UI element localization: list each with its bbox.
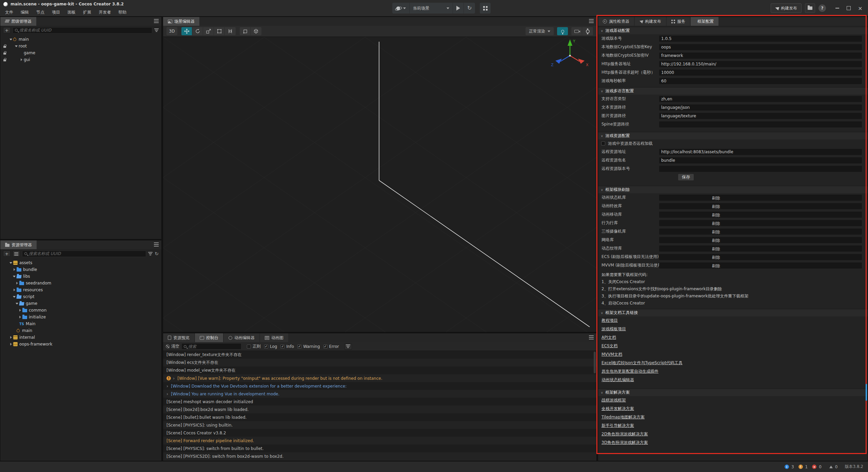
console-log-line[interactable]: [Scene] [PHYSICS]: using builtin. — [163, 421, 596, 429]
step-button[interactable]: ↻ — [464, 3, 475, 14]
console-log-line[interactable]: [Scene] Forward render pipeline initiali… — [163, 437, 596, 445]
asset-node[interactable]: common — [0, 307, 161, 314]
field-input[interactable] — [659, 96, 862, 102]
console-log-line[interactable]: [Window] [Vue warn]: Property "onInput" … — [163, 374, 596, 382]
doc-link[interactable]: 游戏模板项目 — [601, 326, 626, 332]
asset-node[interactable]: main — [0, 327, 161, 334]
asset-node[interactable]: initialize — [0, 314, 161, 320]
expand-chevron-icon[interactable] — [19, 57, 24, 62]
section-game-basic[interactable]: ∨ 游戏基础配置 — [598, 27, 868, 34]
expand-chevron-icon[interactable] — [12, 294, 17, 299]
section-i18n[interactable]: ∨ 游戏多语言配置 — [598, 87, 868, 95]
scene-select[interactable]: 当前场景 — [410, 3, 453, 14]
scene-camera-button[interactable] — [571, 27, 582, 35]
sort-assets-button[interactable] — [13, 251, 20, 257]
filter-icon[interactable] — [154, 28, 159, 32]
field-input[interactable] — [659, 78, 862, 84]
console-log-line[interactable]: [Window] ecs文件夹不存在 — [163, 359, 596, 367]
rect-tool-button[interactable] — [214, 27, 225, 35]
collapse-logs-button[interactable] — [344, 343, 352, 350]
field-input[interactable] — [659, 149, 862, 155]
inspector-tab[interactable]: 框架配置 — [691, 17, 718, 26]
console-tab[interactable]: 控制台 — [195, 333, 223, 342]
open-project-folder-button[interactable] — [805, 3, 815, 13]
play-button[interactable] — [453, 3, 464, 14]
checkbox-icon[interactable] — [297, 345, 301, 349]
maximize-button[interactable] — [844, 4, 854, 13]
expand-chevron-icon[interactable] — [18, 308, 22, 313]
scene-light-toggle[interactable] — [557, 27, 568, 35]
hierarchy-search-input[interactable] — [19, 28, 150, 33]
console-search-input[interactable] — [188, 344, 239, 349]
section-modules[interactable]: ∨ 框架模块剔除 — [598, 186, 868, 193]
expand-chevron-icon[interactable] — [12, 274, 17, 279]
menu-item[interactable]: 面板 — [64, 8, 79, 16]
field-input[interactable] — [659, 157, 862, 163]
console-tab[interactable]: 动画编辑器 — [224, 333, 259, 342]
console-log-line[interactable]: [Window] render_texture文件夹不存在 — [163, 351, 596, 359]
hierarchy-node[interactable]: gui — [0, 56, 161, 63]
expand-chevron-icon[interactable] — [18, 315, 22, 319]
scale-tool-button[interactable] — [203, 27, 214, 35]
panel-menu-icon[interactable] — [589, 19, 594, 23]
field-input[interactable] — [659, 61, 862, 67]
expand-chevron-icon[interactable] — [19, 51, 24, 55]
module-remove-button[interactable]: 剔除 — [659, 195, 862, 201]
checkbox-icon[interactable] — [280, 345, 284, 349]
field-input[interactable] — [659, 44, 862, 50]
move-tool-button[interactable] — [181, 27, 192, 35]
section-resources[interactable]: ∨ 游戏资源配置 — [598, 132, 868, 139]
remote-load-checkbox[interactable] — [601, 141, 605, 145]
module-remove-button[interactable]: 剔除 — [659, 229, 862, 235]
console-scrollbar[interactable] — [594, 352, 596, 373]
menu-item[interactable]: 扩展 — [79, 8, 95, 16]
lock-icon[interactable] — [3, 46, 6, 48]
lock-icon[interactable] — [3, 59, 6, 61]
expand-chevron-icon[interactable] — [166, 383, 168, 389]
tab-assets[interactable]: 资源管理器 — [0, 240, 37, 249]
asset-node[interactable]: script — [0, 293, 161, 300]
asset-node[interactable]: bundle — [0, 266, 161, 273]
expand-chevron-icon[interactable] — [8, 335, 13, 340]
asset-node[interactable]: seedrandom — [0, 280, 161, 287]
doc-link[interactable]: API文档 — [601, 335, 616, 340]
field-input[interactable] — [659, 121, 862, 127]
inspector-scrollbar[interactable] — [866, 384, 867, 401]
create-node-button[interactable]: + — [3, 27, 11, 33]
inspector-tab[interactable]: 属性检查器 — [598, 17, 634, 26]
close-button[interactable]: × — [855, 4, 865, 13]
inspector-tab[interactable]: 构建发布 — [635, 17, 666, 26]
expand-chevron-icon[interactable] — [8, 260, 13, 265]
render-mode-select[interactable]: 正常渲染 — [526, 27, 554, 35]
field-input[interactable] — [659, 166, 862, 172]
minimize-button[interactable] — [832, 4, 842, 13]
expand-chevron-icon[interactable] — [166, 391, 168, 396]
refresh-icon[interactable]: ↻ — [155, 252, 159, 256]
section-solutions[interactable]: ∨ 框架解决方案 — [598, 389, 868, 396]
doc-link[interactable]: ECS文档 — [601, 343, 618, 349]
doc-link[interactable]: MVVM文档 — [601, 352, 622, 357]
checkbox-icon[interactable] — [247, 345, 251, 349]
expand-chevron-icon[interactable] — [8, 37, 13, 42]
hierarchy-node[interactable]: root — [0, 43, 161, 50]
module-remove-button[interactable]: 剔除 — [659, 203, 862, 209]
tab-scene-editor[interactable]: 场景编辑器 — [163, 17, 199, 26]
doc-link[interactable]: 教程项目 — [601, 318, 618, 323]
doc-link[interactable]: 动画状态机编辑器 — [601, 377, 634, 383]
console-filter-toggle[interactable]: Warning — [297, 343, 320, 349]
tasks-icon[interactable] — [829, 466, 833, 468]
field-input[interactable] — [659, 53, 862, 59]
console-filter-toggle[interactable]: Log — [264, 343, 277, 349]
module-remove-button[interactable]: 剔除 — [659, 245, 862, 252]
console-filter-toggle[interactable]: 正则 — [247, 343, 261, 349]
assets-search-input[interactable] — [29, 251, 144, 256]
solution-link[interactable]: 新手引导解决方案 — [601, 423, 634, 429]
console-tab[interactable]: 资源预览 — [163, 333, 194, 342]
console-log-line[interactable]: [Window] You are running Vue in developm… — [163, 390, 596, 398]
menu-item[interactable]: 帮助 — [115, 8, 130, 16]
expand-chevron-icon[interactable] — [15, 301, 19, 306]
panel-menu-icon[interactable] — [154, 19, 159, 23]
asset-node[interactable]: game — [0, 300, 161, 307]
gizmo-space-button[interactable] — [251, 27, 261, 35]
help-button[interactable]: ? — [818, 4, 826, 12]
